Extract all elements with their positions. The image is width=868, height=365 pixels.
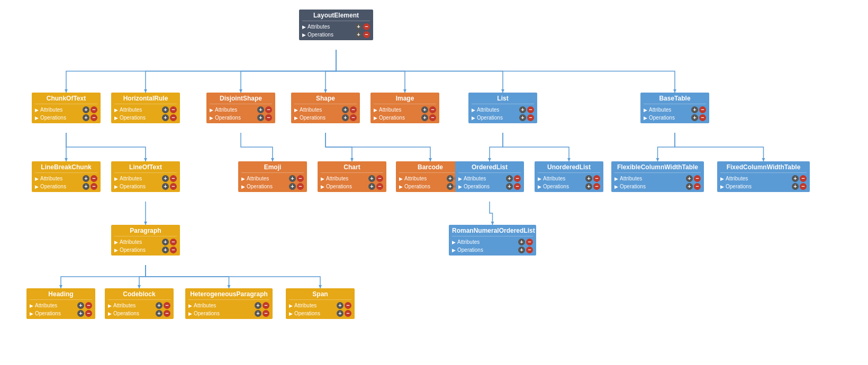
ops-remove-UnorderedList[interactable]: − [593, 183, 600, 190]
attr-add-BaseTable[interactable]: + [691, 106, 698, 113]
ops-arrow-ChunkOfText: ▶ [35, 115, 39, 121]
attr-remove-Chart[interactable]: − [376, 175, 383, 182]
attr-add-UnorderedList[interactable]: + [585, 175, 592, 182]
attr-add-DisjointShape[interactable]: + [257, 106, 264, 113]
ops-add-Heading[interactable]: + [77, 310, 84, 317]
attr-add-OrderedList[interactable]: + [506, 175, 513, 182]
attr-add-Chart[interactable]: + [368, 175, 375, 182]
ops-add-UnorderedList[interactable]: + [585, 183, 592, 190]
attr-remove-Heading[interactable]: − [85, 302, 92, 309]
ops-add-Shape[interactable]: + [342, 114, 349, 121]
ops-add-Paragraph[interactable]: + [162, 247, 169, 253]
attr-remove-RomanNumeralOrderedList[interactable]: − [526, 239, 533, 245]
attr-add-Heading[interactable]: + [77, 302, 84, 309]
node-UnorderedList: UnorderedList ▶ Attributes + − ▶ Operati… [535, 161, 603, 192]
attr-add-Shape[interactable]: + [342, 106, 349, 113]
ops-remove-Span[interactable]: − [345, 310, 351, 317]
attr-remove-Image[interactable]: − [429, 106, 436, 113]
ops-remove-OrderedList[interactable]: − [514, 183, 521, 190]
ops-add-DisjointShape[interactable]: + [257, 114, 264, 121]
ops-add-Barcode[interactable]: + [447, 183, 454, 190]
attr-add-List[interactable]: + [519, 106, 526, 113]
ops-add-FixedColumnWidthTable[interactable]: + [792, 183, 799, 190]
attr-remove-HorizontalRule[interactable]: − [170, 106, 177, 113]
ops-add-LayoutElement[interactable]: + [355, 31, 362, 38]
ops-add-Span[interactable]: + [337, 310, 343, 317]
ops-remove-Heading[interactable]: − [85, 310, 92, 317]
attr-remove-ChunkOfText[interactable]: − [91, 106, 97, 113]
ops-add-LineOfText[interactable]: + [162, 183, 169, 190]
ops-add-Image[interactable]: + [421, 114, 428, 121]
node-FlexibleColumnWidthTable: FlexibleColumnWidthTable ▶ Attributes + … [611, 161, 704, 192]
attr-remove-LayoutElement[interactable]: − [363, 23, 370, 30]
ops-label-Heading: Operations [35, 311, 77, 316]
ops-arrow-LineOfText: ▶ [114, 184, 118, 189]
attr-remove-Emoji[interactable]: − [297, 175, 304, 182]
ops-remove-Image[interactable]: − [429, 114, 436, 121]
attr-add-HeterogeneousParagraph[interactable]: + [255, 302, 261, 309]
attr-remove-LineBreakChunk[interactable]: − [91, 175, 97, 182]
ops-add-ChunkOfText[interactable]: + [83, 114, 89, 121]
ops-add-HeterogeneousParagraph[interactable]: + [255, 310, 261, 317]
ops-remove-HeterogeneousParagraph[interactable]: − [263, 310, 269, 317]
attr-remove-Paragraph[interactable]: − [170, 239, 177, 245]
ops-add-Emoji[interactable]: + [289, 183, 296, 190]
attr-add-HorizontalRule[interactable]: + [162, 106, 169, 113]
ops-remove-RomanNumeralOrderedList[interactable]: − [526, 247, 533, 253]
ops-add-Codeblock[interactable]: + [156, 310, 162, 317]
ops-label-Codeblock: Operations [113, 311, 156, 316]
attr-add-RomanNumeralOrderedList[interactable]: + [518, 239, 525, 245]
ops-remove-Emoji[interactable]: − [297, 183, 304, 190]
attr-add-ChunkOfText[interactable]: + [83, 106, 89, 113]
attr-remove-UnorderedList[interactable]: − [593, 175, 600, 182]
attr-add-Barcode[interactable]: + [447, 175, 454, 182]
attr-add-LayoutElement[interactable]: + [355, 23, 362, 30]
attr-remove-BaseTable[interactable]: − [699, 106, 706, 113]
attr-remove-Span[interactable]: − [345, 302, 351, 309]
attr-add-Emoji[interactable]: + [289, 175, 296, 182]
ops-remove-BaseTable[interactable]: − [699, 114, 706, 121]
attr-add-LineOfText[interactable]: + [162, 175, 169, 182]
ops-remove-ChunkOfText[interactable]: − [91, 114, 97, 121]
node-attributes-row-RomanNumeralOrderedList: ▶ Attributes + − [452, 239, 533, 245]
ops-remove-FixedColumnWidthTable[interactable]: − [800, 183, 807, 190]
node-BaseTable: BaseTable ▶ Attributes + − ▶ Operations … [640, 93, 709, 123]
ops-add-HorizontalRule[interactable]: + [162, 114, 169, 121]
ops-remove-List[interactable]: − [527, 114, 534, 121]
attr-remove-HeterogeneousParagraph[interactable]: − [263, 302, 269, 309]
attr-remove-OrderedList[interactable]: − [514, 175, 521, 182]
ops-add-BaseTable[interactable]: + [691, 114, 698, 121]
attr-remove-Shape[interactable]: − [350, 106, 357, 113]
ops-add-OrderedList[interactable]: + [506, 183, 513, 190]
ops-remove-LineBreakChunk[interactable]: − [91, 183, 97, 190]
ops-add-RomanNumeralOrderedList[interactable]: + [518, 247, 525, 253]
ops-remove-Chart[interactable]: − [376, 183, 383, 190]
attr-remove-FlexibleColumnWidthTable[interactable]: − [694, 175, 701, 182]
attr-remove-FixedColumnWidthTable[interactable]: − [800, 175, 807, 182]
ops-remove-Shape[interactable]: − [350, 114, 357, 121]
attr-add-Codeblock[interactable]: + [156, 302, 162, 309]
attr-add-FlexibleColumnWidthTable[interactable]: + [686, 175, 693, 182]
attr-arrow-List: ▶ [472, 107, 475, 113]
attr-add-FixedColumnWidthTable[interactable]: + [792, 175, 799, 182]
attr-add-Image[interactable]: + [421, 106, 428, 113]
ops-remove-Codeblock[interactable]: − [164, 310, 170, 317]
ops-add-Chart[interactable]: + [368, 183, 375, 190]
attr-remove-Codeblock[interactable]: − [164, 302, 170, 309]
attr-add-Span[interactable]: + [337, 302, 343, 309]
ops-remove-DisjointShape[interactable]: − [265, 114, 272, 121]
ops-remove-LineOfText[interactable]: − [170, 183, 177, 190]
ops-remove-LayoutElement[interactable]: − [363, 31, 370, 38]
attr-remove-LineOfText[interactable]: − [170, 175, 177, 182]
node-title-OrderedList: OrderedList [458, 163, 521, 173]
ops-add-LineBreakChunk[interactable]: + [83, 183, 89, 190]
ops-add-List[interactable]: + [519, 114, 526, 121]
attr-add-LineBreakChunk[interactable]: + [83, 175, 89, 182]
attr-add-Paragraph[interactable]: + [162, 239, 169, 245]
ops-add-FlexibleColumnWidthTable[interactable]: + [686, 183, 693, 190]
attr-remove-DisjointShape[interactable]: − [265, 106, 272, 113]
ops-remove-FlexibleColumnWidthTable[interactable]: − [694, 183, 701, 190]
ops-remove-Paragraph[interactable]: − [170, 247, 177, 253]
ops-remove-HorizontalRule[interactable]: − [170, 114, 177, 121]
attr-remove-List[interactable]: − [527, 106, 534, 113]
